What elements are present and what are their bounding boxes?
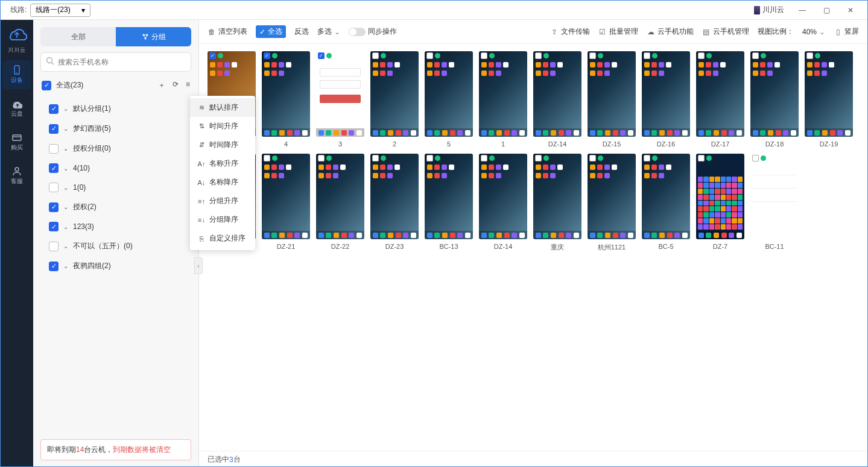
multi-select-button[interactable]: 多选⌄ [317,27,340,37]
phone-card[interactable]: 5 [425,51,473,148]
group-checkbox[interactable]: ✓ [49,124,59,134]
phone-card[interactable]: BC-11 [750,154,799,252]
phone-screen[interactable] [588,154,636,239]
phone-checkbox[interactable] [372,155,379,161]
phone-checkbox[interactable] [426,155,433,161]
phone-card[interactable]: DZ-14 [533,51,581,148]
sort-menu-item[interactable]: A↓名称降序 [190,173,255,192]
phone-card[interactable]: 2 [370,51,419,148]
invert-select-button[interactable]: 反选 [294,27,309,37]
phone-checkbox[interactable]: ✓ [318,52,325,59]
group-checkbox[interactable]: ✓ [49,202,59,212]
phone-checkbox[interactable] [589,155,596,161]
sort-menu-item[interactable]: ⇅时间升序 [190,117,255,136]
phone-screen[interactable] [588,51,636,137]
phone-card[interactable]: DZ-21 [262,154,310,252]
group-item[interactable]: ⌄1(0) [40,178,191,197]
phone-checkbox[interactable] [806,52,813,59]
phone-card[interactable]: DZ-18 [750,51,799,148]
phone-screen[interactable] [750,154,799,239]
group-checkbox[interactable] [49,183,59,192]
sort-menu-item[interactable]: ≡↓分组降序 [190,210,255,229]
phone-func-button[interactable]: ☁云手机功能 [647,27,694,37]
sync-toggle[interactable]: 同步操作 [349,27,397,37]
phone-card[interactable]: DZ-17 [696,51,744,148]
phone-card[interactable]: DZ-23 [370,154,419,252]
group-item[interactable]: ✓⌄123(3) [40,217,191,236]
ratio-select[interactable]: 40%⌄ [802,28,825,36]
phone-checkbox[interactable] [698,155,705,161]
close-button[interactable]: ✕ [838,3,863,17]
batch-manage-button[interactable]: ☑批量管理 [598,27,638,37]
nav-item-3[interactable]: 客服 [2,161,31,190]
phone-checkbox[interactable] [644,52,650,59]
phone-card[interactable]: DZ-22 [316,154,364,252]
sort-icon[interactable]: ≡ [186,80,190,90]
group-item[interactable]: ✓⌄4(10) [40,158,191,178]
phone-checkbox[interactable] [481,155,487,161]
phone-screen[interactable] [533,51,581,137]
sort-menu-item[interactable]: ≋默认排序 [190,98,255,117]
phone-checkbox[interactable]: ✓ [264,52,270,59]
phone-screen[interactable] [805,51,853,137]
nav-item-1[interactable]: 云盘 [2,94,31,123]
minimize-button[interactable]: — [790,3,814,17]
phone-screen[interactable] [479,51,527,137]
phone-screen[interactable] [262,154,310,239]
phone-card[interactable]: 1 [479,51,527,148]
phone-manage-button[interactable]: ▤云手机管理 [702,27,749,37]
phone-checkbox[interactable] [589,52,596,59]
sidebar-collapse-button[interactable]: ‹ [194,257,203,274]
nav-item-2[interactable]: 购买 [2,128,31,157]
clear-list-button[interactable]: 🗑清空列表 [207,27,247,37]
phone-checkbox[interactable] [264,155,270,161]
phone-card[interactable]: BC-13 [425,154,473,252]
phone-screen[interactable] [316,154,364,239]
route-select[interactable]: 线路一(23) ▾ [30,4,90,17]
search-input[interactable] [58,58,186,66]
sort-menu-item[interactable]: ⎘自定义排序 [190,229,255,248]
phone-card[interactable]: DZ-19 [805,51,853,148]
phone-card[interactable]: BC-5 [642,154,690,252]
phone-card[interactable]: 重庆 [533,154,581,252]
search-box[interactable] [40,52,191,72]
group-item[interactable]: ✓⌄夜鸦四组(2) [40,256,191,276]
sort-menu-item[interactable]: ≡↑分组升序 [190,192,255,210]
sort-menu-item[interactable]: ⇵时间降序 [190,136,255,154]
phone-card[interactable]: DZ-16 [642,51,690,148]
phone-screen[interactable] [750,51,799,137]
phone-checkbox[interactable] [698,52,705,59]
group-item[interactable]: ✓⌄默认分组(1) [40,99,191,119]
phone-screen[interactable] [370,154,419,239]
add-group-icon[interactable]: ＋ [158,80,165,90]
group-checkbox[interactable] [49,144,59,154]
phone-checkbox[interactable] [752,52,759,59]
phone-screen[interactable]: ✓ [316,51,364,137]
refresh-icon[interactable]: ⟳ [173,80,179,90]
group-checkbox[interactable]: ✓ [49,104,59,114]
phone-card[interactable]: DZ-14 [479,154,527,252]
phone-checkbox[interactable] [318,155,325,161]
phone-card[interactable]: ✓4 [262,51,310,148]
phone-screen[interactable] [696,51,744,137]
phone-screen[interactable]: ✓ [262,51,310,137]
group-item[interactable]: ✓⌄梦幻西游(5) [40,119,191,139]
portrait-button[interactable]: ▯竖屏 [834,27,859,37]
phone-checkbox[interactable]: ✓ [209,52,216,59]
file-transfer-button[interactable]: ⇪文件传输 [550,27,590,37]
group-item[interactable]: ✓⌄授权(2) [40,197,191,217]
select-all-checkbox[interactable]: ✓ [42,81,51,90]
tab-group[interactable]: 分组 [116,27,191,46]
phone-checkbox[interactable] [535,52,542,59]
phone-checkbox[interactable] [426,52,433,59]
phone-screen[interactable] [425,51,473,137]
phone-screen[interactable] [479,154,527,239]
phone-checkbox[interactable] [644,155,650,161]
maximize-button[interactable]: ▢ [814,3,838,17]
phone-checkbox[interactable] [535,155,542,161]
group-checkbox[interactable]: ✓ [49,222,59,231]
group-checkbox[interactable]: ✓ [49,163,59,173]
group-checkbox[interactable]: ✓ [49,262,59,271]
phone-screen[interactable] [533,154,581,239]
phone-checkbox[interactable] [372,52,379,59]
